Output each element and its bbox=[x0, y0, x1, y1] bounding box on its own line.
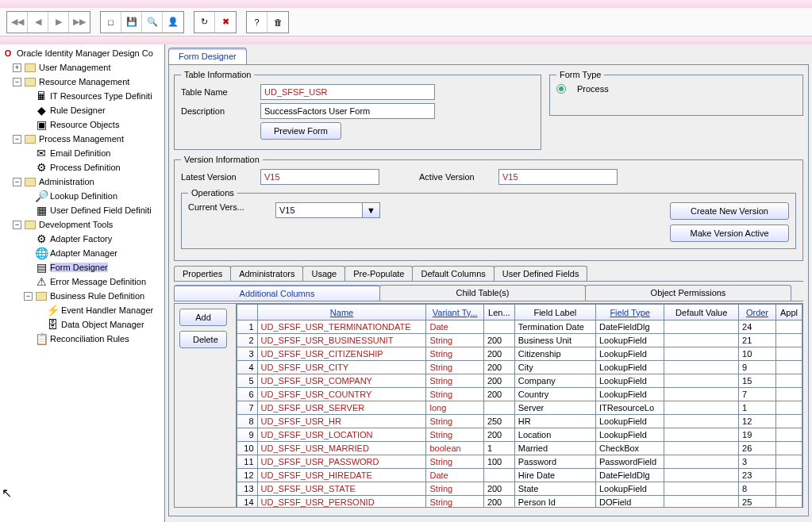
cell-default[interactable] bbox=[664, 442, 739, 455]
cell-field-label[interactable]: Termination Date bbox=[514, 320, 595, 334]
cell-appl[interactable] bbox=[775, 428, 802, 442]
cell-type[interactable]: long bbox=[426, 401, 483, 415]
cell-length[interactable]: 100 bbox=[483, 455, 514, 469]
cell-appl[interactable] bbox=[775, 374, 802, 388]
cell-name[interactable]: UD_SFSF_USR_TERMINATIONDATE bbox=[257, 320, 426, 334]
cell-field-label[interactable]: Citizenship bbox=[514, 347, 595, 361]
cell-default[interactable] bbox=[664, 388, 739, 401]
cell-default[interactable] bbox=[664, 455, 739, 469]
subtab-properties[interactable]: Properties bbox=[174, 266, 231, 281]
grid-scroll-area[interactable]: NameVariant Ty...Len...Field LabelField … bbox=[237, 304, 802, 507]
cell-field-label[interactable]: Country bbox=[514, 388, 595, 401]
tree-item[interactable]: ✉Email Definition bbox=[2, 146, 163, 160]
cell-order[interactable]: 12 bbox=[739, 415, 776, 428]
tree-item[interactable]: −Resource Management bbox=[2, 75, 163, 89]
save-icon[interactable]: 💾 bbox=[121, 12, 142, 33]
cell-name[interactable]: UD_SFSF_USR_CITIZENSHIP bbox=[257, 347, 426, 361]
cell-appl[interactable] bbox=[775, 455, 802, 469]
column-header[interactable] bbox=[237, 305, 258, 320]
create-new-version-button[interactable]: Create New Version bbox=[670, 202, 789, 220]
next-icon[interactable]: ▶ bbox=[48, 12, 69, 33]
table-row[interactable]: 1UD_SFSF_USR_TERMINATIONDATEDateTerminat… bbox=[237, 320, 802, 334]
cell-field-type[interactable]: LookupField bbox=[595, 347, 664, 361]
cell-type[interactable]: String bbox=[426, 347, 483, 361]
tree-item[interactable]: ▣Resource Objects bbox=[2, 117, 163, 132]
table-row[interactable]: 8UD_SFSF_USR_HRString250HRLookupField12 bbox=[237, 415, 802, 428]
tree-toggle-icon[interactable]: + bbox=[13, 63, 21, 72]
cell-default[interactable] bbox=[664, 320, 739, 334]
delete-icon[interactable]: ✖ bbox=[215, 12, 236, 33]
subtab-default-columns[interactable]: Default Columns bbox=[412, 266, 494, 281]
cell-appl[interactable] bbox=[775, 469, 802, 482]
cell-length[interactable]: 1 bbox=[483, 442, 514, 455]
column-header[interactable]: Default Value bbox=[664, 305, 739, 320]
cell-appl[interactable] bbox=[775, 334, 802, 347]
cell-name[interactable]: UD_SFSF_USR_STATE bbox=[257, 482, 426, 496]
cell-field-type[interactable]: LookupField bbox=[595, 388, 664, 401]
tree-item[interactable]: −Process Management bbox=[2, 132, 163, 146]
cell-default[interactable] bbox=[664, 469, 739, 482]
add-button[interactable]: Add bbox=[179, 309, 227, 326]
subtab-administrators[interactable]: Administrators bbox=[230, 266, 303, 281]
cell-appl[interactable] bbox=[775, 320, 802, 334]
cell-field-type[interactable]: CheckBox bbox=[595, 442, 664, 455]
tree-root[interactable]: O Oracle Identity Manager Design Co bbox=[2, 46, 163, 60]
cell-order[interactable]: 19 bbox=[739, 428, 776, 442]
cell-type[interactable]: boolean bbox=[426, 442, 483, 455]
column-header[interactable]: Field Label bbox=[514, 305, 595, 320]
table-row[interactable]: 4UD_SFSF_USR_CITYString200CityLookupFiel… bbox=[237, 361, 802, 374]
cell-default[interactable] bbox=[664, 347, 739, 361]
tree-item[interactable]: ▤Form Designer bbox=[2, 260, 163, 274]
cell-order[interactable]: 24 bbox=[739, 320, 776, 334]
latest-version-input[interactable] bbox=[260, 169, 379, 185]
table-row[interactable]: 2UD_SFSF_USR_BUSINESSUNITString200Busine… bbox=[237, 334, 802, 347]
cell-field-type[interactable]: LookupField bbox=[595, 361, 664, 374]
cell-length[interactable]: 200 bbox=[483, 496, 514, 508]
cell-type[interactable]: String bbox=[426, 482, 483, 496]
help-icon[interactable]: ? bbox=[247, 12, 267, 33]
cell-field-type[interactable]: ITResourceLo bbox=[595, 401, 664, 415]
tree-item[interactable]: ⚙Adapter Factory bbox=[2, 232, 163, 246]
combo-dropdown-icon[interactable]: ▼ bbox=[363, 202, 380, 218]
table-row[interactable]: 11UD_SFSF_USR_PASSWORDString100PasswordP… bbox=[237, 455, 802, 469]
column-header[interactable]: Appl bbox=[775, 305, 802, 320]
cell-default[interactable] bbox=[664, 361, 739, 374]
table-row[interactable]: 5UD_SFSF_USR_COMPANYString200CompanyLook… bbox=[237, 374, 802, 388]
cell-order[interactable]: 9 bbox=[739, 361, 776, 374]
cell-name[interactable]: UD_SFSF_USR_HR bbox=[257, 415, 426, 428]
cell-type[interactable]: String bbox=[426, 361, 483, 374]
table-row[interactable]: 3UD_SFSF_USR_CITIZENSHIPString200Citizen… bbox=[237, 347, 802, 361]
cell-appl[interactable] bbox=[775, 442, 802, 455]
cell-name[interactable]: UD_SFSF_USR_SERVER bbox=[257, 401, 426, 415]
make-version-active-button[interactable]: Make Version Active bbox=[670, 225, 789, 242]
cell-name[interactable]: UD_SFSF_USR_CITY bbox=[257, 361, 426, 374]
cell-default[interactable] bbox=[664, 415, 739, 428]
first-icon[interactable]: ◀◀ bbox=[7, 12, 28, 33]
cell-order[interactable]: 25 bbox=[739, 496, 776, 508]
cell-appl[interactable] bbox=[775, 347, 802, 361]
tree-item[interactable]: 🔎Lookup Definition bbox=[2, 189, 163, 203]
cell-type[interactable]: String bbox=[426, 388, 483, 401]
cell-field-label[interactable]: Person Id bbox=[514, 496, 595, 508]
cell-name[interactable]: UD_SFSF_USR_PASSWORD bbox=[257, 455, 426, 469]
cell-order[interactable]: 26 bbox=[739, 442, 776, 455]
cell-field-label[interactable]: City bbox=[514, 361, 595, 374]
cell-name[interactable]: UD_SFSF_USR_PERSONID bbox=[257, 496, 426, 508]
tab-form-designer[interactable]: Form Designer bbox=[168, 48, 247, 64]
cell-order[interactable]: 1 bbox=[739, 401, 776, 415]
cell-length[interactable]: 200 bbox=[483, 334, 514, 347]
subtab-object-permissions[interactable]: Object Permissions bbox=[585, 285, 791, 301]
cell-field-type[interactable]: PasswordField bbox=[595, 455, 664, 469]
cell-length[interactable]: 200 bbox=[483, 347, 514, 361]
cell-field-type[interactable]: LookupField bbox=[595, 428, 664, 442]
tree-toggle-icon[interactable]: − bbox=[24, 292, 33, 301]
subtab-pre-populate[interactable]: Pre-Populate bbox=[344, 266, 413, 281]
cell-length[interactable] bbox=[483, 320, 514, 334]
cell-length[interactable] bbox=[483, 401, 514, 415]
tree-item[interactable]: −Business Rule Definition bbox=[2, 289, 163, 303]
refresh-icon[interactable]: ↻ bbox=[194, 12, 215, 33]
cell-default[interactable] bbox=[664, 334, 739, 347]
cell-field-label[interactable]: Password bbox=[514, 455, 595, 469]
user-icon[interactable]: 👤 bbox=[163, 12, 183, 33]
tree-toggle-icon[interactable]: − bbox=[13, 178, 21, 186]
